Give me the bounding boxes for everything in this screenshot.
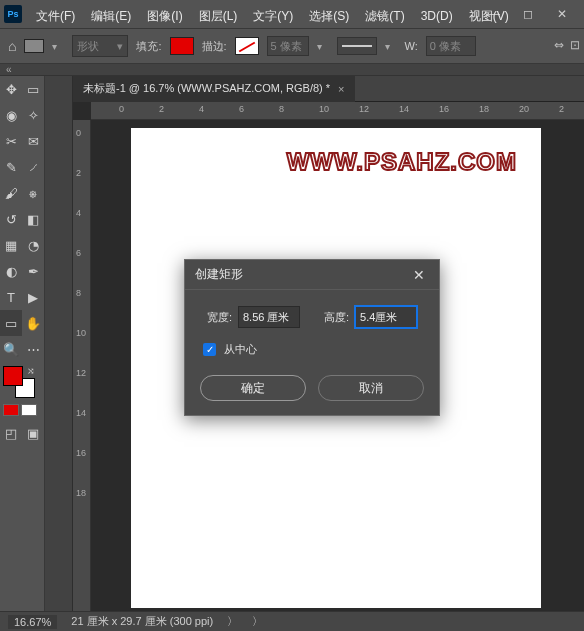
crop-tool[interactable]: ✂: [0, 128, 22, 154]
options-bar: ⌂ ▾ 形状▾ 填充: 描边: 5 像素▾ ▾ W: 0 像素: [0, 28, 584, 64]
ruler-tick: 6: [239, 104, 244, 114]
type-tool[interactable]: T: [0, 284, 22, 310]
ruler-tick: 18: [76, 488, 86, 498]
pen-tool[interactable]: ✒: [22, 258, 44, 284]
brush-tool[interactable]: 🖌: [0, 180, 22, 206]
collapse-strip[interactable]: «: [0, 64, 584, 76]
stroke-label: 描边:: [202, 39, 227, 54]
tool-preset-swatch[interactable]: [24, 39, 44, 53]
cancel-button[interactable]: 取消: [318, 375, 424, 401]
ruler-tick: 20: [519, 104, 529, 114]
menu-image[interactable]: 图像(I): [139, 6, 190, 27]
from-center-label: 从中心: [224, 342, 257, 357]
slice-tool[interactable]: ✉: [22, 128, 44, 154]
height-label: 高度:: [324, 310, 349, 325]
ruler-tick: 10: [76, 328, 86, 338]
color-picker: ⤭: [0, 362, 44, 420]
swap-colors-icon[interactable]: ⤭: [27, 366, 35, 376]
document-tab-title: 未标题-1 @ 16.7% (WWW.PSAHZ.COM, RGB/8) *: [83, 81, 330, 96]
ruler-tick: 12: [76, 368, 86, 378]
magic-wand-tool[interactable]: ✧: [22, 102, 44, 128]
clone-tool[interactable]: ⎈: [22, 180, 44, 206]
stroke-color-swatch[interactable]: [235, 37, 259, 55]
move-tool[interactable]: ✥: [0, 76, 22, 102]
eraser-tool[interactable]: ◧: [22, 206, 44, 232]
menu-edit[interactable]: 编辑(E): [83, 6, 139, 27]
dialog-close-icon[interactable]: ✕: [409, 265, 429, 285]
chain-icon[interactable]: ⊡: [570, 38, 580, 52]
ok-button[interactable]: 确定: [200, 375, 306, 401]
stroke-style-dropdown[interactable]: [337, 37, 377, 55]
window-titlebar: Ps 文件(F) 编辑(E) 图像(I) 图层(L) 文字(Y) 选择(S) 滤…: [0, 0, 584, 28]
menu-layer[interactable]: 图层(L): [191, 6, 246, 27]
ruler-tick: 0: [119, 104, 124, 114]
stroke-width-field[interactable]: 5 像素: [267, 36, 309, 56]
chevron-down-icon[interactable]: ▾: [317, 41, 329, 52]
document-dimensions: 21 厘米 x 29.7 厘米 (300 ppi): [71, 614, 213, 629]
width-field[interactable]: 0 像素: [426, 36, 476, 56]
width-label: 宽度:: [207, 310, 232, 325]
menu-select[interactable]: 选择(S): [301, 6, 357, 27]
ruler-tick: 16: [76, 448, 86, 458]
menu-filter[interactable]: 滤镜(T): [357, 6, 412, 27]
history-brush-tool[interactable]: ↺: [0, 206, 22, 232]
hand-tool[interactable]: ✋: [22, 310, 44, 336]
close-tab-icon[interactable]: ×: [338, 83, 344, 95]
shape-mode-label: 形状: [77, 39, 99, 54]
zoom-level[interactable]: 16.67%: [8, 615, 57, 629]
ruler-tick: 18: [479, 104, 489, 114]
lasso-tool[interactable]: ◉: [0, 102, 22, 128]
document-tab-row: 未标题-1 @ 16.7% (WWW.PSAHZ.COM, RGB/8) * ×: [73, 76, 584, 102]
ruler-tick: 16: [439, 104, 449, 114]
maximize-button[interactable]: ◻: [518, 7, 538, 21]
ruler-tick: 6: [76, 248, 81, 258]
close-button[interactable]: ✕: [552, 7, 572, 21]
mini-swatch-fg[interactable]: [3, 404, 19, 416]
ruler-tick: 2: [76, 168, 81, 178]
document-tab[interactable]: 未标题-1 @ 16.7% (WWW.PSAHZ.COM, RGB/8) * ×: [73, 76, 355, 102]
eyedropper-tool[interactable]: ✎: [0, 154, 22, 180]
menu-type[interactable]: 文字(Y): [245, 6, 301, 27]
home-icon[interactable]: ⌂: [8, 38, 16, 54]
chevron-down-icon[interactable]: ▾: [385, 41, 397, 52]
quickmask-tool[interactable]: ◰: [0, 420, 22, 446]
fill-label: 填充:: [136, 39, 161, 54]
more-tools[interactable]: ⋯: [22, 336, 44, 362]
menu-view[interactable]: 视图(V): [461, 6, 517, 27]
link-icon[interactable]: ⇔: [554, 38, 564, 52]
ruler-tick: 4: [199, 104, 204, 114]
gradient-tool[interactable]: ▦: [0, 232, 22, 258]
status-chevron-icon[interactable]: 〉: [252, 614, 263, 629]
fill-color-swatch[interactable]: [170, 37, 194, 55]
path-select-tool[interactable]: ▶: [22, 284, 44, 310]
height-input[interactable]: 5.4厘米: [355, 306, 417, 328]
ruler-tick: 14: [76, 408, 86, 418]
foreground-color[interactable]: [3, 366, 23, 386]
dodge-tool[interactable]: ◐: [0, 258, 22, 284]
mini-swatch-bg[interactable]: [21, 404, 37, 416]
toolbox: ✥▭ ◉✧ ✂✉ ✎⟋ 🖌⎈ ↺◧ ▦◔ ◐✒ T▶ ▭✋ 🔍⋯ ⤭ ◰▣: [0, 76, 45, 611]
ruler-tick: 10: [319, 104, 329, 114]
screenmode-tool[interactable]: ▣: [22, 420, 44, 446]
ruler-tick: 14: [399, 104, 409, 114]
ruler-tick: 8: [279, 104, 284, 114]
width-w-label: W:: [405, 40, 418, 52]
options-extras: ⇔ ⊡: [554, 38, 580, 52]
from-center-checkbox[interactable]: ✓: [203, 343, 216, 356]
blur-tool[interactable]: ◔: [22, 232, 44, 258]
menu-3d[interactable]: 3D(D): [413, 7, 461, 25]
chevron-down-icon[interactable]: ▾: [52, 41, 64, 52]
status-chevron-icon[interactable]: 〉: [227, 614, 238, 629]
menu-file[interactable]: 文件(F): [28, 6, 83, 27]
collapsed-panel-strip: [45, 76, 73, 611]
menu-bar: 文件(F) 编辑(E) 图像(I) 图层(L) 文字(Y) 选择(S) 滤镜(T…: [0, 5, 517, 27]
ruler-tick: 12: [359, 104, 369, 114]
width-input[interactable]: 8.56 厘米: [238, 306, 300, 328]
rectangle-tool[interactable]: ▭: [0, 310, 22, 336]
shape-mode-dropdown[interactable]: 形状▾: [72, 35, 128, 57]
zoom-tool[interactable]: 🔍: [0, 336, 22, 362]
dialog-title: 创建矩形: [195, 266, 243, 283]
create-rectangle-dialog: 创建矩形 ✕ 宽度: 8.56 厘米 高度: 5.4厘米 ✓ 从中心 确定 取消: [184, 259, 440, 416]
ruler-tool[interactable]: ⟋: [22, 154, 44, 180]
marquee-tool[interactable]: ▭: [22, 76, 44, 102]
